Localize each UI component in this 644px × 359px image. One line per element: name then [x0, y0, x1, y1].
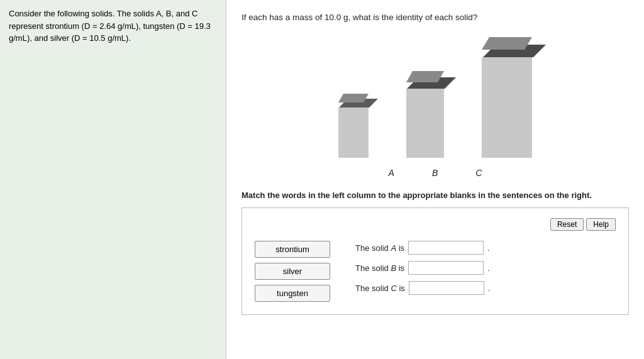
- match-instruction: Match the words in the left column to th…: [242, 191, 629, 200]
- answer-box-c[interactable]: [409, 281, 484, 295]
- solid-b-item: [406, 89, 444, 158]
- solid-labels-row: A B C: [242, 164, 629, 178]
- solid-c-item: [482, 57, 532, 158]
- help-button[interactable]: Help: [586, 218, 616, 231]
- sentence-a-prefix: The solid A is: [355, 243, 404, 253]
- sentence-c-suffix: .: [488, 284, 491, 293]
- solid-a-box-wrapper: [338, 108, 369, 158]
- right-column: The solid A is . The solid B is . The so…: [355, 241, 616, 295]
- solid-c-label: C: [475, 168, 482, 178]
- left-column: strontium silver tungsten: [255, 241, 330, 302]
- reset-help-row: Reset Help: [255, 218, 616, 231]
- solids-illustration: [242, 32, 629, 158]
- reset-button[interactable]: Reset: [550, 218, 584, 231]
- sentence-a-suffix: .: [487, 243, 490, 253]
- sentence-a-row: The solid A is .: [355, 241, 616, 255]
- drag-item-silver[interactable]: silver: [255, 263, 330, 280]
- solid-c-box-wrapper: [482, 57, 532, 158]
- solid-a-box: [338, 108, 369, 158]
- answer-box-a[interactable]: [408, 241, 484, 255]
- sidebar-text: Consider the following solids. The solid…: [9, 8, 217, 45]
- solid-a-item: [338, 108, 369, 158]
- main-content: If each has a mass of 10.0 g, what is th…: [226, 0, 644, 359]
- sidebar: Consider the following solids. The solid…: [0, 0, 226, 359]
- matching-box: Reset Help strontium silver tungsten The…: [242, 207, 629, 315]
- sentence-b-suffix: .: [487, 263, 490, 273]
- question-text: If each has a mass of 10.0 g, what is th…: [242, 13, 629, 22]
- solid-b-box-wrapper: [406, 89, 444, 158]
- sentence-b-row: The solid B is .: [355, 261, 616, 275]
- sentence-b-prefix: The solid B is: [355, 263, 404, 273]
- solid-b-label: B: [432, 168, 438, 178]
- solid-c-box: [482, 57, 532, 158]
- drag-item-strontium[interactable]: strontium: [255, 241, 330, 258]
- solid-b-box: [406, 89, 444, 158]
- drag-item-tungsten[interactable]: tungsten: [255, 285, 330, 302]
- sentence-c-prefix: The solid C is: [355, 284, 405, 293]
- answer-box-b[interactable]: [408, 261, 484, 275]
- sentence-c-row: The solid C is .: [355, 281, 616, 295]
- solid-a-label: A: [389, 168, 394, 178]
- matching-columns: strontium silver tungsten The solid A is…: [255, 241, 616, 302]
